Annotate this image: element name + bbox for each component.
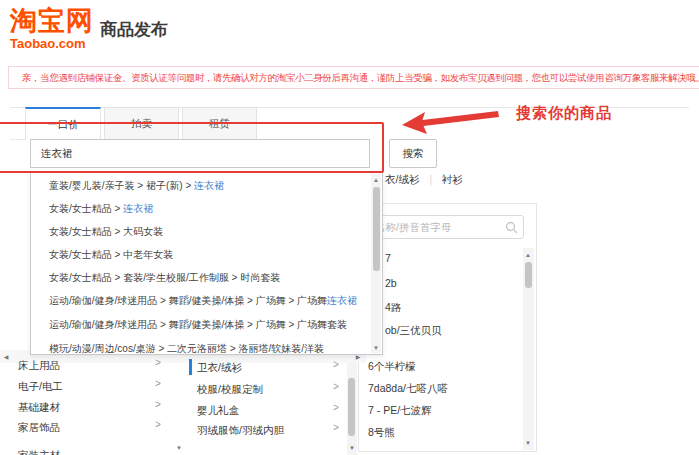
chevron-right-icon: >	[155, 378, 161, 389]
suggestion-path: 模玩/动漫/周边/cos/桌游 > 二次元洛丽塔 > 洛丽塔/软妹装/洋装	[49, 343, 324, 354]
suggestion-path: 女装/女士精品 > 套装/学生校服/工作制服 > 时尚套装	[49, 272, 280, 283]
product-search-input[interactable]	[30, 139, 370, 168]
category-item[interactable]: 校服/校服定制	[197, 380, 263, 398]
taobao-logo[interactable]: 淘宝网 Taobao.com	[10, 8, 94, 50]
scroll-left-icon[interactable]: ◀	[1, 352, 11, 362]
recent-categories: 衣/绒衫｜衬衫	[385, 173, 463, 187]
annotation-label: 搜索你的商品	[516, 104, 612, 123]
brand-list-item[interactable]: 2b	[385, 275, 397, 291]
category-item[interactable]: 电子/电工	[18, 377, 63, 395]
category-item[interactable]: 基础建材	[18, 398, 60, 416]
suggestion-highlight: 连衣裙	[194, 180, 224, 191]
scroll-down-icon[interactable]: ▼	[371, 343, 381, 353]
dropdown-scrollbar-thumb[interactable]	[373, 187, 380, 271]
category-item[interactable]: 床上用品	[18, 356, 60, 374]
chevron-right-icon: >	[333, 359, 339, 370]
category-item[interactable]: 家居饰品	[18, 418, 60, 436]
suggestion-path: 女装/女士精品 > 中老年女装	[49, 249, 173, 260]
search-button[interactable]: 搜索	[389, 139, 437, 168]
category-item[interactable]: 婴儿礼盒	[197, 401, 239, 419]
brand-search-input[interactable]	[366, 215, 524, 239]
brand-list-item[interactable]: ob/三优贝贝	[385, 322, 442, 338]
brand-list-item[interactable]: 8号熊	[368, 424, 395, 440]
chevron-right-icon: >	[155, 419, 161, 430]
selected-category-accent	[189, 359, 192, 375]
brand-panel-scrollbar-thumb[interactable]	[525, 262, 532, 288]
warning-notice-text: 亲，当您遇到店铺保证金、资质认证等问题时，请先确认对方的淘宝小二身份后再沟通，谨…	[22, 72, 699, 83]
annotation-arrow-icon	[396, 103, 506, 137]
suggestion-path: 童装/婴儿装/亲子装 > 裙子(新) >	[49, 180, 194, 191]
recent-category-link-2[interactable]: 衬衫	[442, 173, 463, 185]
scroll-down-icon[interactable]: ▼	[347, 443, 357, 453]
brand-list-item[interactable]: 4路	[385, 299, 401, 315]
suggestion-highlight: 连衣裙	[123, 203, 153, 214]
category-item[interactable]: 羽绒服饰/羽绒内胆	[197, 421, 284, 439]
brand-list-item[interactable]: 7da8da/七嗒八嗒	[368, 380, 448, 396]
category-item-selected[interactable]: 卫衣/绒衫	[197, 358, 242, 376]
suggestion-item[interactable]: 童装/婴儿装/亲子装 > 裙子(新) > 连衣裙	[49, 179, 366, 194]
chevron-right-icon: >	[333, 402, 339, 413]
scroll-up-icon[interactable]: ▲	[523, 250, 533, 260]
taobao-logo-cn: 淘宝网	[10, 8, 94, 35]
chevron-right-icon: >	[155, 399, 161, 410]
suggestion-path: 运动/瑜伽/健身/球迷用品 > 舞蹈/健美操/体操 > 广场舞 > 广场舞	[49, 295, 327, 306]
search-icon	[505, 221, 518, 234]
scroll-down-icon[interactable]: ▼	[523, 438, 533, 448]
chevron-right-icon: >	[333, 381, 339, 392]
recent-category-separator: ｜	[419, 173, 441, 185]
category-col2-scrollbar-thumb[interactable]	[348, 378, 355, 436]
recent-category-link-1[interactable]: 衣/绒衫	[385, 173, 419, 185]
tab-auction[interactable]: 拍卖	[104, 107, 179, 140]
page-title: 商品发布	[100, 18, 168, 41]
suggestion-item[interactable]: 运动/瑜伽/健身/球迷用品 > 舞蹈/健美操/体操 > 广场舞 > 广场舞连衣裙	[49, 294, 366, 309]
brand-list-item[interactable]: 6个半柠檬	[368, 358, 416, 374]
suggestion-item[interactable]: 女装/女士精品 > 套装/学生校服/工作制服 > 时尚套装	[49, 271, 366, 286]
product-publish-page: 淘宝网 Taobao.com 商品发布 亲，当您遇到店铺保证金、资质认证等问题时…	[0, 0, 699, 455]
category-item[interactable]: 家装主材	[18, 446, 60, 455]
brand-list-item[interactable]: 7	[385, 250, 391, 266]
search-suggestions-dropdown: 童装/婴儿装/亲子装 > 裙子(新) > 连衣裙 女装/女士精品 > 连衣裙 女…	[30, 172, 383, 355]
suggestion-item[interactable]: 女装/女士精品 > 中老年女装	[49, 248, 366, 263]
suggestion-item[interactable]: 模玩/动漫/周边/cos/桌游 > 二次元洛丽塔 > 洛丽塔/软妹装/洋装	[49, 342, 366, 357]
tab-lease[interactable]: 租赁	[182, 107, 257, 140]
scroll-up-icon[interactable]: ▲	[371, 175, 381, 185]
suggestion-highlight: 连衣裙	[327, 295, 357, 306]
suggestion-item[interactable]: 运动/瑜伽/健身/球迷用品 > 舞蹈/健美操/体操 > 广场舞 > 广场舞套装	[49, 318, 366, 333]
scroll-down-icon[interactable]: ▼	[174, 443, 184, 453]
warning-notice-bar: 亲，当您遇到店铺保证金、资质认证等问题时，请先确认对方的淘宝小二身份后再沟通，谨…	[8, 66, 699, 89]
suggestion-path: 女装/女士精品 >	[49, 203, 123, 214]
brand-list-item[interactable]: 7 - PE/七波辉	[368, 402, 432, 418]
suggestion-item[interactable]: 女装/女士精品 > 连衣裙	[49, 202, 366, 217]
suggestion-path: 女装/女士精品 > 大码女装	[49, 226, 163, 237]
taobao-logo-en: Taobao.com	[10, 37, 94, 50]
suggestion-path: 运动/瑜伽/健身/球迷用品 > 舞蹈/健美操/体操 > 广场舞 > 广场舞套装	[49, 319, 347, 330]
chevron-right-icon: >	[155, 357, 161, 368]
chevron-right-icon: >	[333, 422, 339, 433]
suggestion-item[interactable]: 女装/女士精品 > 大码女装	[49, 225, 366, 240]
tab-fixed-price[interactable]: 一口价	[25, 107, 101, 140]
